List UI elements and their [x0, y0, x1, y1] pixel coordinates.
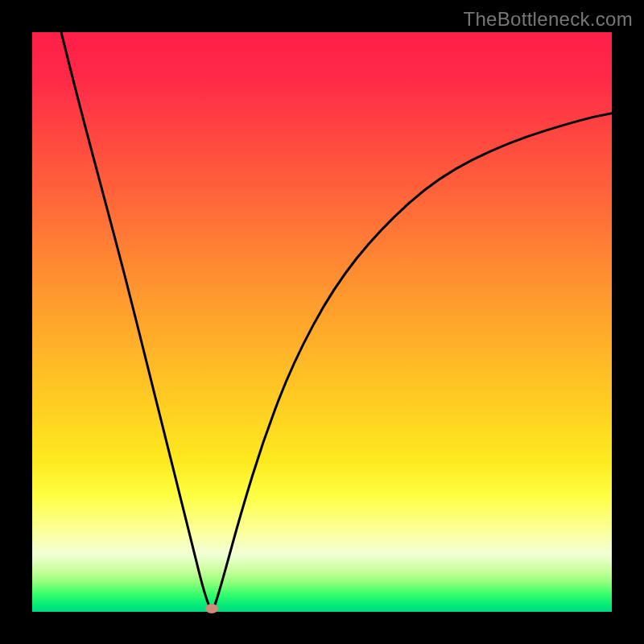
watermark-text: TheBottleneck.com: [463, 8, 633, 31]
optimum-marker: [205, 604, 218, 613]
chart-frame: TheBottleneck.com: [0, 0, 644, 644]
curve-path: [61, 32, 612, 610]
bottleneck-curve: [32, 32, 612, 612]
plot-area: [32, 32, 612, 612]
